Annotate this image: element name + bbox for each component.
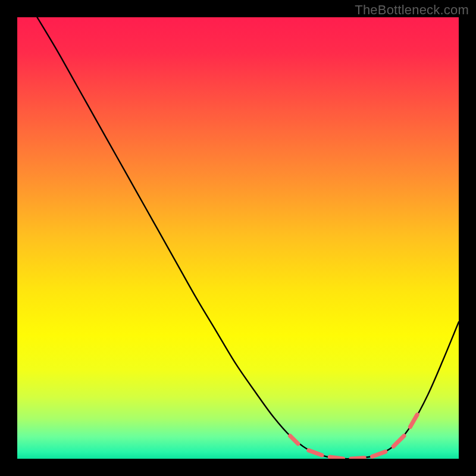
watermark-text: TheBottleneck.com [355,2,469,18]
highlight-dash [393,436,404,446]
highlight-dash [351,458,364,459]
highlight-dash [410,415,417,427]
highlight-dash [372,452,386,456]
chart-frame: TheBottleneck.com [0,0,476,476]
highlight-dash [330,457,343,459]
highlight-dash [309,450,322,455]
curve-layer [17,17,459,459]
plot-area [17,17,459,459]
highlight-dash [290,436,298,443]
highlight-dashes [290,415,418,459]
bottleneck-curve [37,17,459,459]
